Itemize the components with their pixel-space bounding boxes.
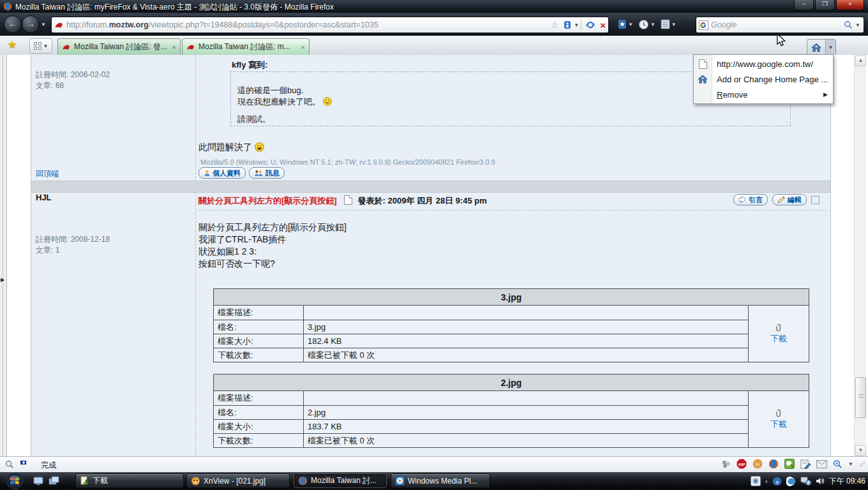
divider xyxy=(581,19,581,31)
notes-addon-icon[interactable] xyxy=(800,459,811,469)
svg-text:a: a xyxy=(775,479,779,484)
edit-button[interactable]: 編輯 xyxy=(772,194,807,205)
taskbar-button-label: XnView - [021.jpg] xyxy=(204,477,266,486)
list-panel-icon[interactable] xyxy=(661,19,670,29)
volume-icon[interactable] xyxy=(816,477,825,486)
bookmarks-panel-icon[interactable] xyxy=(618,19,627,29)
back-to-top-link[interactable]: 回頂端 xyxy=(36,168,59,179)
scroll-down-icon[interactable]: ▼ xyxy=(855,445,866,456)
close-button[interactable]: × xyxy=(836,0,864,10)
tab-label[interactable]: Mozilla Taiwan 討論區: 發... xyxy=(74,41,168,52)
sidebar-splitter[interactable]: ▶ xyxy=(0,55,7,456)
vertical-scrollbar[interactable]: ▲ ▼ xyxy=(854,55,866,456)
tab-favicon xyxy=(62,43,71,52)
poster-username[interactable]: HJL xyxy=(36,193,52,202)
adblock-icon[interactable]: ABP xyxy=(737,459,747,469)
search-engine-name[interactable]: Google xyxy=(711,20,841,29)
reload-icon[interactable] xyxy=(586,20,595,29)
maximize-button[interactable]: ❒ xyxy=(815,0,835,10)
url-bar[interactable]: http://forum.moztw.org/viewtopic.php?t=1… xyxy=(51,17,609,33)
search-dropdown-icon[interactable]: ▼ xyxy=(855,22,860,28)
quicklaunch-show-desktop-icon[interactable] xyxy=(33,477,44,486)
scrollbar-thumb[interactable] xyxy=(855,377,866,418)
svg-text:ABP: ABP xyxy=(738,463,745,466)
url-dropdown-icon[interactable]: ▼ xyxy=(574,22,579,28)
start-button[interactable] xyxy=(5,472,24,490)
tab-label[interactable]: Mozilla Taiwan 討論區: m... xyxy=(198,41,297,52)
splitter-grip xyxy=(3,55,3,456)
mail-icon[interactable] xyxy=(816,460,827,468)
statusbar-dropdown-icon[interactable]: ▼ xyxy=(848,461,853,467)
page-icon xyxy=(699,59,707,69)
menu-item-homepage-url[interactable]: http://www.google.com.tw/ xyxy=(694,56,833,71)
home-button[interactable]: ▼ xyxy=(807,39,836,56)
quote-header: kfly 寫到: xyxy=(232,59,267,71)
taskbar-button-wmp[interactable]: Windows Media Pl... xyxy=(391,473,490,488)
taskbar-button-downloads[interactable]: 下載 xyxy=(75,473,184,488)
quicklaunch-switch-windows-icon[interactable] xyxy=(49,476,60,486)
person-icon xyxy=(204,170,211,177)
download-link[interactable]: 下載 xyxy=(770,419,787,430)
list-panel-dropdown-icon[interactable]: ▼ xyxy=(671,22,677,27)
message-button[interactable]: 訊息 xyxy=(249,167,285,179)
attachment-desc-value xyxy=(303,391,748,405)
stop-icon[interactable]: × xyxy=(600,20,606,31)
menu-item-add-change-home[interactable]: Add or Change Home Page ... xyxy=(694,71,833,87)
tab-favicon xyxy=(186,43,195,52)
firefox-icon[interactable] xyxy=(768,459,779,469)
scroll-up-icon[interactable]: ▲ xyxy=(855,56,866,66)
taskbar-button-xnview[interactable]: XnView - [021.jpg] xyxy=(186,473,290,488)
tray-collapse-arrow[interactable]: ‹ xyxy=(765,477,768,485)
home-dropdown-menu: http://www.google.com.tw/ Add or Change … xyxy=(693,54,834,104)
profile-button[interactable]: 個人資料 xyxy=(198,167,246,179)
bookmark-star-icon[interactable]: ☆ xyxy=(551,20,559,30)
attachment-count-value: 檔案已被下載 0 次 xyxy=(303,433,748,447)
view-post-icon[interactable] xyxy=(811,196,819,204)
home-icon xyxy=(811,43,821,52)
history-dropdown-icon[interactable]: ▼ xyxy=(41,22,46,27)
molecule-icon[interactable] xyxy=(721,459,731,469)
search-bar[interactable]: Google ▼ xyxy=(696,17,864,33)
firefox-icon xyxy=(298,476,308,486)
tray-app1-icon[interactable]: a xyxy=(772,477,782,486)
zoom-level-icon[interactable] xyxy=(833,459,842,469)
tab-close-icon[interactable]: × xyxy=(172,43,176,51)
pencil-icon xyxy=(777,197,786,204)
greasemonkey-icon[interactable] xyxy=(752,459,763,469)
attachment-name-label: 檔名: xyxy=(214,320,303,334)
translate-addon-icon[interactable] xyxy=(784,459,795,469)
wmp-icon xyxy=(395,476,405,486)
tray-app2-icon[interactable] xyxy=(786,477,796,486)
titlebar: Mozilla Taiwan 討論區: myFireFox & Vista-ae… xyxy=(0,0,868,13)
taskbar-button-firefox[interactable]: Mozilla Taiwan 討... xyxy=(294,473,387,488)
history-clock-icon[interactable] xyxy=(638,19,649,30)
xnview-icon xyxy=(191,476,200,486)
menu-item-remove[interactable]: Remove ▶ xyxy=(694,87,833,102)
search-icon[interactable] xyxy=(844,20,853,29)
quote-button[interactable]: " 引言 xyxy=(733,194,768,205)
tray-language-icon[interactable] xyxy=(751,476,761,486)
tab-2-active[interactable]: Mozilla Taiwan 討論區: m... × xyxy=(182,38,310,55)
resize-grip[interactable] xyxy=(859,461,865,467)
attachment-table-3jpg: 3.jpg 檔案描述: 下載 檔名: 3.jpg 檔案大小: 182.4 KB … xyxy=(213,288,809,362)
subject-divider xyxy=(198,210,827,211)
forward-button[interactable]: → xyxy=(22,15,40,33)
splitter-arrow-icon[interactable]: ▶ xyxy=(1,277,4,283)
network-icon[interactable] xyxy=(800,477,811,486)
submenu-arrow-icon: ▶ xyxy=(823,91,828,98)
taskbar-clock[interactable]: 下午 09:46 xyxy=(829,476,865,487)
zoom-icon[interactable] xyxy=(5,460,14,469)
identity-icon[interactable] xyxy=(564,20,571,29)
minimize-button[interactable]: – xyxy=(794,0,814,10)
home-dropdown-button[interactable]: ▼ xyxy=(825,40,835,55)
tab-1[interactable]: Mozilla Taiwan 討論區: 發... × xyxy=(57,38,181,55)
tab-close-icon[interactable]: × xyxy=(301,43,305,51)
quick-bookmark-star-icon[interactable]: ★ xyxy=(8,38,17,50)
bookmarks-panel-dropdown-icon[interactable]: ▼ xyxy=(628,22,633,27)
history-dropdown2-icon[interactable]: ▼ xyxy=(650,22,655,27)
status-text: 完成 xyxy=(41,460,56,471)
tab-list-button[interactable]: ▼ xyxy=(29,38,52,54)
url-text[interactable]: http://forum.moztw.org/viewtopic.php?t=1… xyxy=(66,20,548,29)
download-link[interactable]: 下載 xyxy=(770,333,787,345)
back-button[interactable]: ← xyxy=(4,15,22,33)
